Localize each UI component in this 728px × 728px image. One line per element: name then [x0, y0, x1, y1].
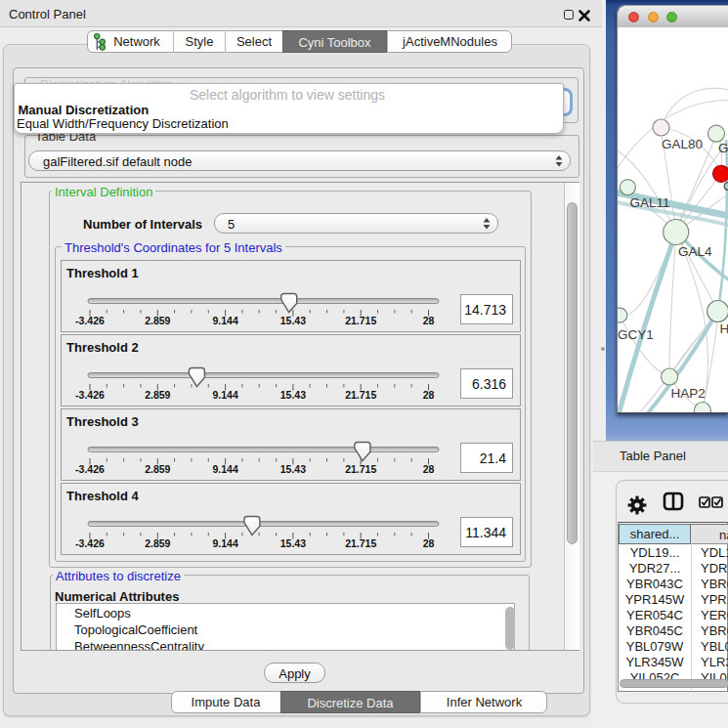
svg-text:21.715: 21.715 [345, 463, 376, 475]
svg-text:21.715: 21.715 [345, 389, 376, 401]
svg-text:2.859: 2.859 [145, 315, 170, 326]
svg-text:15.43: 15.43 [280, 315, 306, 326]
svg-text:28: 28 [423, 315, 435, 326]
svg-text:2.859: 2.859 [145, 389, 170, 401]
svg-text:-3.426: -3.426 [75, 537, 105, 549]
svg-text:GAL4: GAL4 [678, 244, 712, 259]
svg-text:G: G [723, 179, 728, 193]
svg-text:-3.426: -3.426 [75, 389, 105, 401]
svg-text:GAL80: GAL80 [662, 137, 703, 151]
svg-text:28: 28 [423, 463, 435, 475]
svg-text:GA: GA [718, 141, 728, 155]
svg-text:21.715: 21.715 [345, 537, 376, 549]
svg-text:9.144: 9.144 [212, 463, 237, 475]
svg-text:15.43: 15.43 [280, 537, 306, 549]
svg-text:9.144: 9.144 [212, 537, 237, 549]
svg-text:-3.426: -3.426 [75, 315, 105, 326]
svg-text:9.144: 9.144 [212, 315, 237, 326]
svg-text:HAP2: HAP2 [671, 386, 706, 401]
svg-text:H: H [720, 321, 728, 336]
svg-text:2.859: 2.859 [145, 537, 170, 549]
svg-text:28: 28 [423, 389, 435, 401]
svg-text:21.715: 21.715 [345, 315, 376, 326]
svg-text:2.859: 2.859 [145, 463, 170, 475]
svg-text:GAL11: GAL11 [630, 195, 670, 210]
svg-text:-3.426: -3.426 [75, 463, 105, 475]
svg-text:15.43: 15.43 [280, 463, 306, 475]
svg-text:15.43: 15.43 [280, 389, 306, 401]
svg-text:GCY1: GCY1 [618, 327, 654, 342]
svg-text:9.144: 9.144 [212, 389, 237, 401]
svg-text:28: 28 [423, 537, 435, 549]
